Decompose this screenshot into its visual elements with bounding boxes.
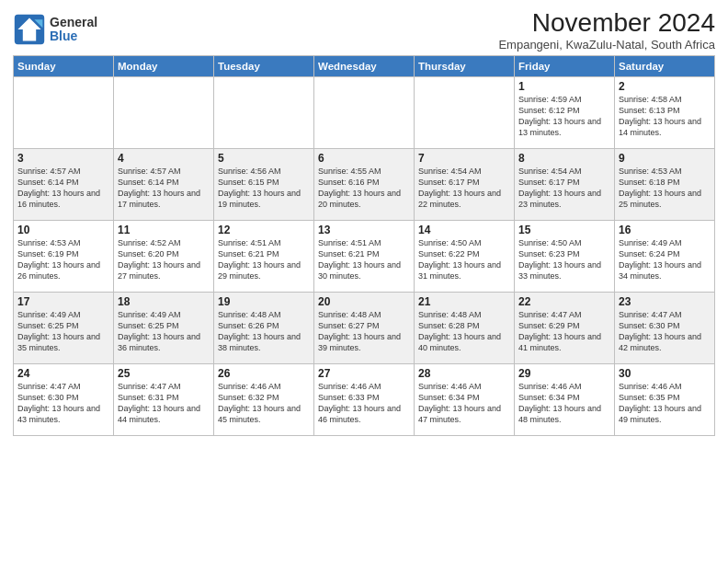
day-number: 21 — [418, 295, 510, 308]
day-info: Sunrise: 4:46 AM Sunset: 6:34 PM Dayligh… — [418, 381, 510, 426]
calendar-cell: 26Sunrise: 4:46 AM Sunset: 6:32 PM Dayli… — [214, 363, 314, 435]
header-row: General Blue November 2024 Empangeni, Kw… — [13, 9, 715, 52]
header-wednesday: Wednesday — [314, 55, 415, 76]
day-info: Sunrise: 4:51 AM Sunset: 6:21 PM Dayligh… — [218, 237, 310, 282]
calendar-cell: 8Sunrise: 4:54 AM Sunset: 6:17 PM Daylig… — [515, 148, 615, 220]
day-info: Sunrise: 4:47 AM Sunset: 6:29 PM Dayligh… — [518, 309, 610, 354]
day-info: Sunrise: 4:51 AM Sunset: 6:21 PM Dayligh… — [318, 237, 410, 282]
day-info: Sunrise: 4:47 AM Sunset: 6:30 PM Dayligh… — [619, 309, 711, 354]
page: General Blue November 2024 Empangeni, Kw… — [0, 0, 728, 563]
day-info: Sunrise: 4:46 AM Sunset: 6:32 PM Dayligh… — [218, 381, 310, 426]
calendar-cell: 1Sunrise: 4:59 AM Sunset: 6:12 PM Daylig… — [515, 76, 615, 148]
calendar-cell: 7Sunrise: 4:54 AM Sunset: 6:17 PM Daylig… — [415, 148, 515, 220]
day-info: Sunrise: 4:50 AM Sunset: 6:22 PM Dayligh… — [418, 237, 510, 282]
day-info: Sunrise: 4:49 AM Sunset: 6:25 PM Dayligh… — [118, 309, 210, 354]
calendar-cell: 25Sunrise: 4:47 AM Sunset: 6:31 PM Dayli… — [114, 363, 214, 435]
day-number: 25 — [118, 367, 210, 380]
title-block: November 2024 Empangeni, KwaZulu-Natal, … — [498, 9, 715, 52]
calendar-week-5: 24Sunrise: 4:47 AM Sunset: 6:30 PM Dayli… — [14, 363, 715, 435]
day-number: 13 — [318, 224, 410, 236]
day-info: Sunrise: 4:48 AM Sunset: 6:28 PM Dayligh… — [418, 309, 510, 354]
day-number: 3 — [17, 152, 109, 165]
day-number: 27 — [318, 367, 410, 380]
day-info: Sunrise: 4:49 AM Sunset: 6:24 PM Dayligh… — [619, 237, 711, 282]
calendar-cell — [314, 76, 415, 148]
calendar-table: Sunday Monday Tuesday Wednesday Thursday… — [13, 55, 715, 436]
calendar-cell: 11Sunrise: 4:52 AM Sunset: 6:20 PM Dayli… — [114, 220, 214, 292]
day-number: 26 — [218, 367, 310, 380]
day-info: Sunrise: 4:46 AM Sunset: 6:33 PM Dayligh… — [318, 381, 410, 426]
day-info: Sunrise: 4:58 AM Sunset: 6:13 PM Dayligh… — [619, 94, 711, 139]
header-monday: Monday — [114, 55, 214, 76]
calendar-cell — [214, 76, 314, 148]
calendar-cell: 10Sunrise: 4:53 AM Sunset: 6:19 PM Dayli… — [14, 220, 114, 292]
day-number: 14 — [418, 224, 510, 236]
calendar-week-4: 17Sunrise: 4:49 AM Sunset: 6:25 PM Dayli… — [14, 292, 715, 363]
day-info: Sunrise: 4:47 AM Sunset: 6:31 PM Dayligh… — [118, 381, 210, 426]
calendar-cell: 22Sunrise: 4:47 AM Sunset: 6:29 PM Dayli… — [515, 292, 615, 363]
day-number: 6 — [318, 152, 410, 165]
day-number: 2 — [619, 80, 711, 93]
day-info: Sunrise: 4:54 AM Sunset: 6:17 PM Dayligh… — [418, 166, 510, 211]
day-number: 18 — [118, 295, 210, 308]
day-number: 7 — [418, 152, 510, 165]
calendar-cell: 3Sunrise: 4:57 AM Sunset: 6:14 PM Daylig… — [14, 148, 114, 220]
calendar-cell: 16Sunrise: 4:49 AM Sunset: 6:24 PM Dayli… — [615, 220, 715, 292]
day-info: Sunrise: 4:56 AM Sunset: 6:15 PM Dayligh… — [218, 166, 310, 211]
calendar-cell — [114, 76, 214, 148]
calendar-week-1: 1Sunrise: 4:59 AM Sunset: 6:12 PM Daylig… — [14, 76, 715, 148]
calendar-cell: 24Sunrise: 4:47 AM Sunset: 6:30 PM Dayli… — [14, 363, 114, 435]
day-number: 30 — [619, 367, 711, 380]
logo-icon — [13, 13, 46, 46]
day-number: 4 — [118, 152, 210, 165]
day-info: Sunrise: 4:48 AM Sunset: 6:26 PM Dayligh… — [218, 309, 310, 354]
day-info: Sunrise: 4:57 AM Sunset: 6:14 PM Dayligh… — [118, 166, 210, 211]
calendar-cell: 9Sunrise: 4:53 AM Sunset: 6:18 PM Daylig… — [615, 148, 715, 220]
day-number: 9 — [619, 152, 711, 165]
header-tuesday: Tuesday — [214, 55, 314, 76]
day-info: Sunrise: 4:46 AM Sunset: 6:34 PM Dayligh… — [518, 381, 610, 426]
calendar-header: Sunday Monday Tuesday Wednesday Thursday… — [14, 55, 715, 76]
calendar-cell: 27Sunrise: 4:46 AM Sunset: 6:33 PM Dayli… — [314, 363, 415, 435]
day-info: Sunrise: 4:49 AM Sunset: 6:25 PM Dayligh… — [17, 309, 109, 354]
day-info: Sunrise: 4:46 AM Sunset: 6:35 PM Dayligh… — [619, 381, 711, 426]
day-info: Sunrise: 4:53 AM Sunset: 6:19 PM Dayligh… — [17, 237, 109, 282]
logo-text: General Blue — [50, 16, 97, 44]
day-info: Sunrise: 4:47 AM Sunset: 6:30 PM Dayligh… — [17, 381, 109, 426]
calendar-cell: 2Sunrise: 4:58 AM Sunset: 6:13 PM Daylig… — [615, 76, 715, 148]
calendar-cell: 19Sunrise: 4:48 AM Sunset: 6:26 PM Dayli… — [214, 292, 314, 363]
day-number: 11 — [118, 224, 210, 236]
calendar-cell: 13Sunrise: 4:51 AM Sunset: 6:21 PM Dayli… — [314, 220, 415, 292]
day-number: 29 — [518, 367, 610, 380]
day-number: 24 — [17, 367, 109, 380]
calendar-cell: 14Sunrise: 4:50 AM Sunset: 6:22 PM Dayli… — [415, 220, 515, 292]
day-number: 23 — [619, 295, 711, 308]
calendar-body: 1Sunrise: 4:59 AM Sunset: 6:12 PM Daylig… — [14, 76, 715, 435]
day-number: 22 — [518, 295, 610, 308]
calendar-cell: 20Sunrise: 4:48 AM Sunset: 6:27 PM Dayli… — [314, 292, 415, 363]
calendar-week-3: 10Sunrise: 4:53 AM Sunset: 6:19 PM Dayli… — [14, 220, 715, 292]
header-friday: Friday — [515, 55, 615, 76]
day-number: 20 — [318, 295, 410, 308]
calendar-cell: 5Sunrise: 4:56 AM Sunset: 6:15 PM Daylig… — [214, 148, 314, 220]
calendar-cell: 17Sunrise: 4:49 AM Sunset: 6:25 PM Dayli… — [14, 292, 114, 363]
calendar-cell: 29Sunrise: 4:46 AM Sunset: 6:34 PM Dayli… — [515, 363, 615, 435]
day-number: 17 — [17, 295, 109, 308]
day-info: Sunrise: 4:54 AM Sunset: 6:17 PM Dayligh… — [518, 166, 610, 211]
header-row-days: Sunday Monday Tuesday Wednesday Thursday… — [14, 55, 715, 76]
day-info: Sunrise: 4:55 AM Sunset: 6:16 PM Dayligh… — [318, 166, 410, 211]
calendar-cell: 15Sunrise: 4:50 AM Sunset: 6:23 PM Dayli… — [515, 220, 615, 292]
calendar-cell: 12Sunrise: 4:51 AM Sunset: 6:21 PM Dayli… — [214, 220, 314, 292]
day-number: 5 — [218, 152, 310, 165]
day-number: 12 — [218, 224, 310, 236]
day-info: Sunrise: 4:57 AM Sunset: 6:14 PM Dayligh… — [17, 166, 109, 211]
day-number: 1 — [518, 80, 610, 93]
calendar-cell — [415, 76, 515, 148]
day-info: Sunrise: 4:50 AM Sunset: 6:23 PM Dayligh… — [518, 237, 610, 282]
calendar-cell: 30Sunrise: 4:46 AM Sunset: 6:35 PM Dayli… — [615, 363, 715, 435]
logo: General Blue — [13, 13, 97, 46]
day-number: 16 — [619, 224, 711, 236]
calendar-cell: 23Sunrise: 4:47 AM Sunset: 6:30 PM Dayli… — [615, 292, 715, 363]
main-title: November 2024 — [498, 9, 715, 38]
day-number: 15 — [518, 224, 610, 236]
